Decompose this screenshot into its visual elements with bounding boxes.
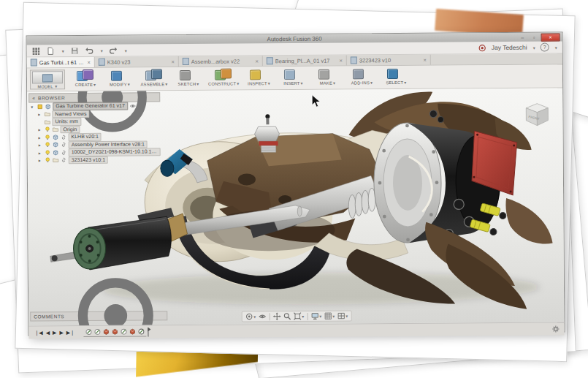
tab-close-icon[interactable]: × (87, 58, 90, 65)
app-grid-icon[interactable] (32, 47, 40, 55)
timeline-feature-component[interactable] (102, 328, 110, 335)
disclosure-icon[interactable]: ▾ (31, 104, 35, 109)
document-tab-4[interactable]: 3223423 v10× (347, 55, 431, 66)
chevron-down-icon: ▾ (555, 45, 557, 50)
account-area: Jay Tedeschi▾?▾ (478, 42, 557, 52)
bulb-icon[interactable] (44, 126, 50, 133)
tab-close-icon[interactable]: × (171, 58, 174, 65)
undo-icon[interactable] (85, 46, 93, 54)
timeline-feature-sketch[interactable] (85, 328, 92, 335)
account-user[interactable]: Jay Tedeschi (492, 44, 527, 51)
document-icon (267, 57, 273, 64)
save-icon[interactable] (71, 47, 79, 55)
navbar-fit-button[interactable]: ▾ (292, 312, 305, 320)
timeline-feature-component[interactable] (129, 328, 136, 335)
close-button[interactable]: × (541, 33, 560, 41)
chevron-down-icon: ▾ (345, 314, 348, 319)
ribbon-group-assemble[interactable]: ASSEMBLE▾ (137, 68, 171, 90)
browser-item-label: 3231423 v10:1 (69, 156, 108, 164)
disclosure-icon[interactable]: ▸ (39, 143, 43, 148)
browser-header[interactable]: « BROWSER (28, 92, 160, 102)
timeline-feature-sketch[interactable] (93, 328, 101, 335)
ribbon-group-label: INSERT▾ (283, 80, 303, 86)
link-icon (61, 134, 67, 140)
timeline-go-to-start-button[interactable]: ❘◀ (33, 330, 44, 335)
pin-icon[interactable] (67, 268, 164, 326)
comments-panel[interactable]: COMMENTS (30, 311, 167, 321)
tab-close-icon[interactable]: × (255, 58, 258, 64)
document-tab-3[interactable]: Bearing_Pl...A_01 v17× (263, 56, 347, 67)
navbar-zoom-button[interactable] (282, 312, 291, 320)
disclosure-icon[interactable]: ▸ (38, 112, 42, 117)
disclosure-icon[interactable]: ▸ (39, 150, 43, 155)
ribbon-group-sketch[interactable]: SKETCH▾ (172, 68, 205, 90)
workspace-switcher[interactable]: MODEL ▾ (30, 69, 65, 89)
part-starter-motor[interactable] (50, 208, 188, 270)
tab-label: Assemb...arbox v22 (191, 58, 253, 65)
grid-snaps-icon (324, 312, 332, 320)
bulb-icon[interactable] (45, 157, 51, 164)
component-icon (45, 103, 51, 110)
navbar-pan-button[interactable] (272, 312, 281, 320)
minimize-button[interactable]: – (518, 34, 527, 40)
timeline-feature-sketch[interactable] (137, 328, 145, 335)
eye-icon[interactable] (129, 102, 136, 109)
ribbon-group-modify[interactable]: MODIFY▾ (103, 69, 137, 91)
help-button[interactable]: ? (541, 43, 549, 52)
collapse-panel-icon[interactable]: « (32, 95, 35, 100)
timeline-step-back-button[interactable]: ◀ (45, 330, 51, 335)
workspace-label: MODEL (38, 84, 53, 88)
ribbon-group-add-ins[interactable]: ADD-INS▾ (345, 67, 378, 88)
toolbar-divider (269, 313, 270, 320)
tab-close-icon[interactable]: × (423, 56, 426, 63)
navbar-grid-snaps-button[interactable]: ▾ (323, 312, 335, 320)
timeline-feature-component[interactable] (111, 328, 118, 335)
bulb-icon[interactable] (45, 142, 51, 148)
browser-row-6[interactable]: ▸10002_DY2021-098-KSM1-10.10.13-4UF_Ge..… (29, 148, 161, 156)
document-icon (99, 58, 105, 66)
unit-box-icon (37, 103, 43, 110)
browser-title: BROWSER (38, 95, 65, 100)
bulb-icon[interactable] (45, 134, 51, 140)
chevron-down-icon: ▾ (268, 81, 270, 86)
ribbon-group-select[interactable]: SELECT▾ (379, 67, 413, 88)
ribbon-group-inspect[interactable]: INSPECT▾ (242, 67, 275, 89)
viewport[interactable]: « BROWSER ▾Gas Turbine Generator 61 v17▸… (27, 88, 564, 325)
navbar-display-settings-button[interactable]: ▾ (310, 312, 322, 320)
disclosure-icon[interactable]: ▸ (39, 158, 43, 163)
mouse-cursor (310, 94, 321, 109)
gear-icon[interactable] (551, 325, 560, 333)
ribbon-group-create[interactable]: CREATE▾ (69, 69, 102, 91)
ribbon-group-insert[interactable]: INSERT▾ (276, 67, 310, 89)
document-tab-2[interactable]: Assemb...arbox v22× (179, 56, 263, 67)
disclosure-icon[interactable]: ▸ (38, 127, 42, 132)
browser-panel: « BROWSER ▾Gas Turbine Generator 61 v17▸… (28, 92, 161, 164)
redo-icon[interactable] (110, 46, 118, 54)
component-icon (53, 134, 59, 140)
timeline-marker[interactable] (148, 328, 148, 336)
timeline-go-to-end-button[interactable]: ▶❘ (65, 330, 76, 335)
bulb-icon[interactable] (45, 149, 51, 156)
chevron-down-icon: ▾ (62, 48, 64, 53)
ribbon-group-construct[interactable]: CONSTRUCT▾ (206, 68, 242, 90)
timeline-feature-sketch[interactable] (120, 328, 127, 335)
document-tab-0[interactable]: Gas Turbi...t 61 v17× (27, 57, 95, 68)
navbar-viewports-button[interactable]: ▾ (336, 311, 348, 320)
chevron-down-icon: ▾ (302, 314, 304, 319)
browser-row-7[interactable]: ▸3231423 v10:1 (29, 156, 161, 165)
view-cube[interactable]: FRONT (520, 99, 554, 132)
tab-close-icon[interactable]: × (339, 57, 342, 64)
chevron-down-icon: ▾ (93, 83, 96, 87)
document-tab-1[interactable]: K340 v23× (95, 56, 179, 67)
file-new-icon[interactable] (47, 47, 55, 55)
disclosure-icon[interactable]: ▸ (39, 135, 43, 140)
navbar-orbit-button[interactable]: ▾ (244, 312, 256, 320)
maximize-button[interactable]: ▫ (530, 34, 539, 40)
timeline-play-button[interactable]: ▶ (51, 330, 58, 335)
insert-tool-icon (284, 68, 302, 80)
ribbon-group-make[interactable]: MAKE▾ (310, 67, 344, 89)
navbar-look-at-button[interactable] (257, 312, 267, 320)
tab-label: Gas Turbi...t 61 v17 (39, 59, 85, 66)
ribbon-group-label: SKETCH▾ (178, 81, 199, 86)
modify-tool-icon (111, 69, 129, 81)
